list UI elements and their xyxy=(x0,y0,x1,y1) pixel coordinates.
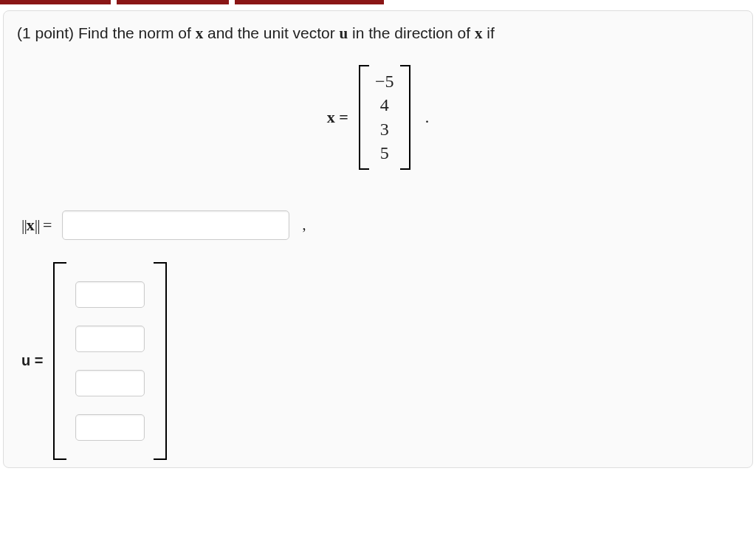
norm-answer-row: ||x|| = , xyxy=(21,210,739,240)
prompt-text-4: if xyxy=(482,24,494,41)
norm-bars-right: || = xyxy=(35,216,52,234)
matrix-x: −5 4 3 5 xyxy=(359,65,410,170)
u-answer-row: u = xyxy=(21,262,739,460)
comma: , xyxy=(303,216,306,233)
prompt-text-3: in the direction of xyxy=(348,24,475,41)
u-entry-input-4[interactable] xyxy=(75,414,145,441)
u-entry-input-1[interactable] xyxy=(75,281,145,308)
norm-input[interactable] xyxy=(62,210,289,240)
vector-x-display: x = −5 4 3 5 . xyxy=(17,65,739,170)
prompt-text-1: Find the norm of xyxy=(78,24,196,41)
prompt-text-2: and the unit vector xyxy=(203,24,339,41)
norm-symbol-x: x xyxy=(27,216,35,234)
matrix-x-entry: 3 xyxy=(374,117,396,141)
matrix-u xyxy=(53,262,167,460)
matrix-x-entry: 4 xyxy=(374,93,396,117)
x-equals-label: x = xyxy=(327,108,348,127)
period: . xyxy=(425,108,430,170)
norm-label: ||x|| = xyxy=(21,216,52,235)
problem-prompt: (1 point) Find the norm of x and the uni… xyxy=(17,24,739,43)
symbol-u: u xyxy=(340,24,348,42)
u-entry-input-3[interactable] xyxy=(75,370,145,396)
points-label: (1 point) xyxy=(17,24,78,41)
u-equals-label: u = xyxy=(21,352,43,369)
bracket-left-icon xyxy=(359,65,368,170)
matrix-x-entry: 5 xyxy=(374,141,396,165)
symbol-x-2: x xyxy=(475,24,483,42)
norm-bars-left: || xyxy=(21,216,27,234)
bracket-left-icon xyxy=(53,262,65,460)
problem-card: (1 point) Find the norm of x and the uni… xyxy=(3,10,753,468)
top-tab-strip xyxy=(0,0,756,4)
bracket-right-icon xyxy=(155,262,167,460)
u-entry-input-2[interactable] xyxy=(75,326,145,352)
matrix-x-entry: −5 xyxy=(374,69,396,93)
bracket-right-icon xyxy=(402,65,410,170)
symbol-x: x xyxy=(196,24,204,42)
